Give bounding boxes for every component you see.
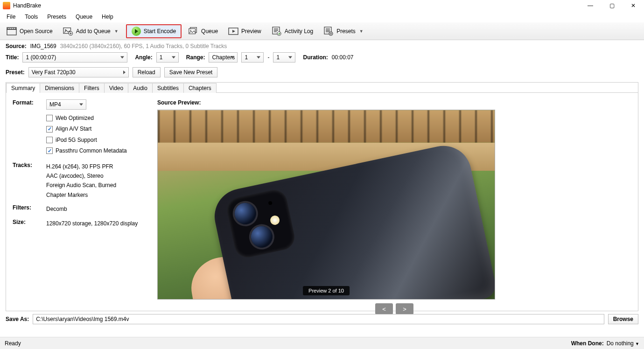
angle-label: Angle: — [135, 54, 152, 61]
save-as-input[interactable]: C:\Users\aryan\Videos\Img 1569.m4v — [33, 314, 604, 324]
presets-dropdown[interactable]: ▼ — [358, 29, 364, 34]
preview-label: Preview — [241, 28, 261, 35]
image-plus-icon — [63, 27, 73, 36]
maximize-button[interactable]: ▢ — [601, 0, 623, 11]
save-row: Save As: C:\Users\aryan\Videos\Img 1569.… — [0, 311, 644, 327]
open-source-button[interactable]: Open Source — [3, 24, 56, 38]
filters-label: Filters: — [13, 204, 46, 214]
source-details: 3840x2160 (3840x2160), 60 FPS, 1 Audio T… — [60, 43, 227, 49]
source-row: Source: IMG_1569 3840x2160 (3840x2160), … — [0, 40, 644, 52]
when-done-label: When Done: — [571, 340, 604, 347]
add-to-queue-button[interactable]: Add to Queue ▼ — [59, 24, 123, 38]
app-icon — [3, 2, 10, 9]
open-source-label: Open Source — [20, 28, 53, 35]
queue-icon — [188, 27, 198, 36]
angle-select[interactable]: 1 — [156, 52, 179, 63]
activity-log-button[interactable]: Activity Log — [268, 24, 317, 38]
align-av-checkbox[interactable]: ✓Align A/V Start — [46, 124, 146, 133]
tab-chapters[interactable]: Chapters — [183, 83, 217, 93]
source-name: IMG_1569 — [30, 43, 56, 49]
preset-select[interactable]: Very Fast 720p30 — [28, 67, 129, 77]
tab-subtitles[interactable]: Subtitles — [152, 83, 184, 93]
menu-presets[interactable]: Presets — [43, 13, 70, 21]
tab-filters[interactable]: Filters — [79, 83, 105, 93]
range-from-select[interactable]: 1 — [241, 52, 264, 63]
menu-queue[interactable]: Queue — [72, 13, 96, 21]
presets-label: Presets — [336, 28, 356, 35]
format-label: Format: — [13, 99, 46, 157]
add-to-queue-label: Add to Queue — [76, 28, 111, 35]
tab-summary[interactable]: Summary — [6, 83, 40, 93]
save-new-preset-button[interactable]: Save New Preset — [164, 67, 218, 77]
tab-dimensions[interactable]: Dimensions — [40, 83, 79, 93]
menu-help[interactable]: Help — [98, 13, 117, 21]
preview-button[interactable]: Preview — [224, 24, 265, 38]
minimize-button[interactable]: — — [580, 0, 601, 11]
preview-panel: Source Preview: Preview 2 of 10 < > — [157, 99, 631, 306]
source-label: Source: — [6, 43, 27, 49]
app-title: HandBrake — [13, 2, 41, 9]
title-label: Title: — [6, 54, 19, 61]
size-label: Size: — [13, 219, 46, 228]
menu-file[interactable]: File — [3, 13, 19, 21]
play-icon — [132, 27, 141, 36]
range-label: Range: — [186, 54, 205, 61]
clapper-icon — [7, 27, 17, 36]
duration-label: Duration: — [303, 54, 328, 61]
source-preview-label: Source Preview: — [157, 99, 631, 106]
tab-content: Format: MP4 Web Optimized ✓Align A/V Sta… — [6, 92, 638, 311]
save-as-label: Save As: — [6, 316, 29, 322]
browse-button[interactable]: Browse — [608, 314, 638, 324]
tab-audio[interactable]: Audio — [128, 83, 153, 93]
queue-label: Queue — [201, 28, 218, 35]
format-select[interactable]: MP4 — [46, 99, 86, 110]
preview-badge: Preview 2 of 10 — [303, 286, 350, 295]
close-button[interactable]: ✕ — [623, 0, 644, 11]
duration-value: 00:00:07 — [332, 54, 354, 61]
log-icon — [272, 27, 282, 36]
filters-value: Decomb — [46, 204, 146, 214]
status-bar: Ready When Done: Do nothing ▼ — [0, 337, 644, 349]
when-done-value[interactable]: Do nothing ▼ — [607, 340, 639, 347]
summary-panel: Format: MP4 Web Optimized ✓Align A/V Sta… — [13, 99, 146, 306]
titlebar: HandBrake — ▢ ✕ — [0, 0, 644, 11]
svg-rect-0 — [7, 29, 16, 35]
tracks-body: H.264 (x264), 30 FPS PFR AAC (avcodec), … — [46, 162, 146, 200]
svg-point-7 — [190, 30, 191, 31]
reload-button[interactable]: Reload — [133, 67, 161, 77]
add-to-queue-dropdown[interactable]: ▼ — [113, 29, 119, 34]
svg-point-10 — [277, 32, 281, 35]
menu-tools[interactable]: Tools — [21, 13, 42, 21]
size-value: 1280x720 storage, 1280x720 display — [46, 219, 146, 228]
queue-button[interactable]: Queue — [184, 24, 222, 38]
status-text: Ready — [5, 340, 21, 347]
ipod-checkbox[interactable]: iPod 5G Support — [46, 135, 146, 145]
tracks-label: Tracks: — [13, 162, 46, 200]
start-encode-label: Start Encode — [144, 28, 176, 35]
tabstrip: Summary Dimensions Filters Video Audio S… — [6, 83, 638, 92]
title-select[interactable]: 1 (00:00:07) — [22, 52, 127, 63]
title-row: Title: 1 (00:00:07) Angle: 1 Range: Chap… — [0, 52, 644, 65]
range-type-select[interactable]: Chapters — [209, 52, 238, 63]
preview-image: Preview 2 of 10 — [157, 110, 495, 300]
range-to-select[interactable]: 1 — [273, 52, 295, 63]
presets-button[interactable]: Presets ▼ — [320, 24, 368, 38]
tabs-container: Summary Dimensions Filters Video Audio S… — [6, 82, 638, 311]
start-encode-button[interactable]: Start Encode — [126, 24, 182, 38]
preset-row: Preset: Very Fast 720p30 Reload Save New… — [0, 65, 644, 82]
preset-label: Preset: — [6, 69, 25, 76]
preview-icon — [228, 27, 238, 36]
menubar: File Tools Presets Queue Help — [0, 11, 644, 22]
toolbar: Open Source Add to Queue ▼ Start Encode … — [0, 22, 644, 40]
presets-icon — [323, 27, 334, 36]
passthru-checkbox[interactable]: ✓Passthru Common Metadata — [46, 146, 146, 155]
tab-video[interactable]: Video — [104, 83, 128, 93]
web-optimized-checkbox[interactable]: Web Optimized — [46, 113, 146, 123]
activity-log-label: Activity Log — [285, 28, 313, 35]
